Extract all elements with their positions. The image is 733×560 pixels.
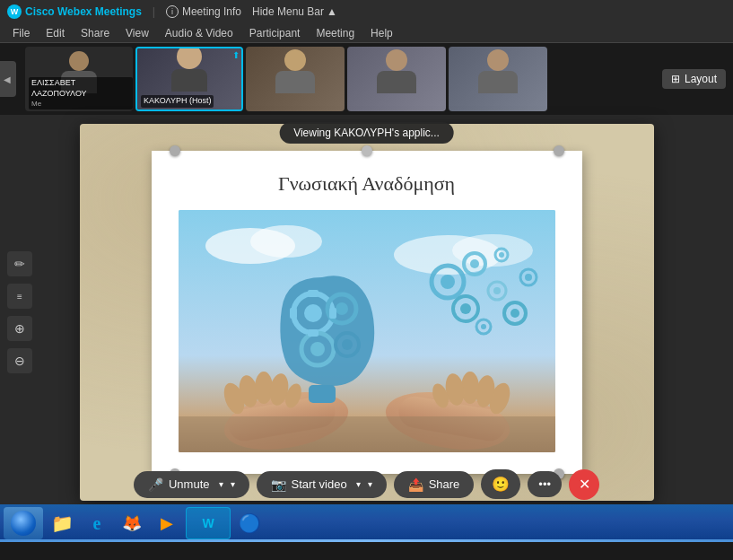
svg-point-35 bbox=[470, 259, 479, 268]
menu-view[interactable]: View bbox=[118, 25, 156, 41]
pin-top-right bbox=[554, 145, 564, 156]
participant-tile-1 bbox=[246, 47, 345, 111]
share-icon: 📤 bbox=[408, 477, 423, 492]
unmute-label: Unmute bbox=[169, 477, 210, 491]
slide-container: Γνωσιακή Αναδόμηση bbox=[80, 124, 654, 501]
end-call-button[interactable]: ✕ bbox=[569, 469, 599, 500]
start-video-label: Start video bbox=[292, 477, 347, 491]
participant-strip: ◀ ΕΛΙΣΣΑΒΕΤ ΛΑΖΟΠΟΥΛΟΥ Me ΚΑΚΟΛΥΡΗ (Host… bbox=[0, 43, 733, 115]
files-icon: 📁 bbox=[51, 512, 74, 534]
tool-pointer-button[interactable]: ≡ bbox=[7, 284, 32, 309]
participant-avatar-3 bbox=[478, 49, 518, 93]
title-bar: W Cisco Webex Meetings | i Meeting Info … bbox=[0, 0, 733, 23]
svg-point-25 bbox=[310, 342, 325, 356]
host-share-icon: ⬆ bbox=[232, 50, 240, 60]
svg-point-9 bbox=[255, 372, 273, 404]
participant-tile-self: ΕΛΙΣΣΑΒΕΤ ΛΑΖΟΠΟΥΛΟΥ Me bbox=[25, 47, 133, 111]
menu-meeting[interactable]: Meeting bbox=[309, 25, 362, 41]
chrome-icon: 🔵 bbox=[239, 512, 261, 534]
more-options-button[interactable]: ••• bbox=[528, 471, 562, 497]
layout-label: Layout bbox=[685, 73, 717, 85]
svg-point-45 bbox=[499, 252, 504, 258]
taskbar-icon-firefox[interactable]: 🦊 bbox=[116, 507, 148, 539]
start-video-button[interactable]: 📷 Start video ▾ bbox=[257, 471, 387, 498]
menu-help[interactable]: Help bbox=[363, 25, 400, 41]
taskbar-icon-ie[interactable]: e bbox=[81, 507, 113, 539]
collapse-participants-button[interactable]: ◀ bbox=[0, 61, 16, 97]
video-icon: 📷 bbox=[271, 477, 286, 492]
menu-share[interactable]: Share bbox=[74, 25, 117, 41]
slide-image bbox=[179, 210, 555, 452]
tool-annotate-button[interactable]: ✏ bbox=[7, 251, 32, 276]
media-icon: ▶ bbox=[161, 513, 173, 533]
unmute-dropdown-icon: ▾ bbox=[219, 479, 223, 489]
svg-rect-30 bbox=[290, 308, 297, 319]
slide-title: Γνωσιακή Αναδόμηση bbox=[278, 172, 455, 196]
share-button[interactable]: 📤 Share bbox=[394, 471, 475, 498]
svg-point-47 bbox=[525, 274, 532, 281]
svg-point-37 bbox=[460, 303, 471, 314]
svg-point-2 bbox=[250, 225, 322, 258]
svg-point-43 bbox=[510, 309, 519, 318]
menu-file[interactable]: File bbox=[5, 25, 37, 41]
svg-point-39 bbox=[493, 287, 501, 294]
ie-icon: e bbox=[93, 513, 101, 534]
tool-zoom-out-button[interactable]: ⊖ bbox=[7, 348, 32, 373]
svg-point-33 bbox=[441, 275, 455, 289]
main-area: ◀ ΕΛΙΣΣΑΒΕΤ ΛΑΖΟΠΟΥΛΟΥ Me ΚΑΚΟΛΥΡΗ (Host… bbox=[0, 43, 733, 463]
windows-orb-icon bbox=[11, 511, 36, 536]
svg-rect-28 bbox=[308, 290, 319, 297]
taskbar-icon-files[interactable]: 📁 bbox=[46, 507, 78, 539]
participant-tile-3 bbox=[449, 47, 547, 111]
layout-icon: ⊞ bbox=[671, 73, 680, 85]
svg-point-16 bbox=[461, 372, 479, 404]
participant-avatar-2 bbox=[377, 49, 416, 93]
svg-rect-29 bbox=[308, 329, 319, 337]
taskbar-icon-chrome[interactable]: 🔵 bbox=[233, 507, 266, 539]
svg-rect-19 bbox=[309, 385, 336, 403]
unmute-icon: 🎤 bbox=[148, 477, 163, 492]
participant-tile-host: ΚΑΚΟΛΥΡΗ (Host) ⬆ bbox=[135, 47, 243, 111]
layout-button[interactable]: ⊞ Layout bbox=[662, 69, 726, 89]
participant-tile-2 bbox=[347, 47, 446, 111]
meeting-info-label: Meeting Info bbox=[182, 5, 241, 18]
firefox-icon: 🦊 bbox=[122, 513, 142, 533]
menu-bar: File Edit Share View Audio & Video Parti… bbox=[0, 23, 733, 43]
participant-avatar-host bbox=[171, 47, 207, 92]
svg-rect-48 bbox=[179, 416, 555, 452]
svg-point-21 bbox=[304, 304, 322, 322]
menu-edit[interactable]: Edit bbox=[39, 25, 72, 41]
unmute-button[interactable]: 🎤 Unmute ▾ bbox=[134, 471, 249, 498]
participant-name-host: ΚΑΚΟΛΥΡΗ (Host) bbox=[141, 95, 214, 108]
emoji-reaction-button[interactable]: 🙂 bbox=[481, 469, 520, 499]
hide-menu-button[interactable]: Hide Menu Bar ▲ bbox=[252, 5, 337, 18]
more-options-label: ••• bbox=[538, 477, 551, 491]
emoji-icon: 🙂 bbox=[492, 476, 510, 493]
taskbar-icon-webex[interactable]: W bbox=[186, 507, 231, 539]
svg-point-27 bbox=[342, 339, 353, 350]
slide-paper: Γνωσιακή Αναδόμηση bbox=[152, 151, 582, 474]
end-call-icon: ✕ bbox=[579, 476, 590, 493]
svg-point-41 bbox=[481, 324, 486, 329]
side-toolbar: ✏ ≡ ⊕ ⊖ bbox=[7, 251, 32, 373]
participant-avatar-1 bbox=[275, 49, 315, 93]
start-button[interactable] bbox=[4, 507, 43, 539]
svg-point-23 bbox=[336, 302, 348, 315]
svg-rect-31 bbox=[329, 308, 336, 319]
video-dropdown-icon: ▾ bbox=[356, 479, 361, 489]
content-area: Viewing ΚΑΚΟΛΥΡΗ's applic... ✏ ≡ ⊕ ⊖ Γνω… bbox=[0, 115, 733, 510]
brand-name: Cisco Webex Meetings bbox=[25, 5, 142, 18]
menu-audio-video[interactable]: Audio & Video bbox=[158, 25, 240, 41]
share-label: Share bbox=[429, 477, 460, 491]
tool-zoom-in-button[interactable]: ⊕ bbox=[7, 316, 32, 341]
slide-svg bbox=[179, 210, 555, 452]
participant-name-self: ΕΛΙΣΣΑΒΕΤ ΛΑΖΟΠΟΥΛΟΥ Me bbox=[29, 77, 133, 109]
menu-participant[interactable]: Participant bbox=[242, 25, 308, 41]
webex-brand: W Cisco Webex Meetings bbox=[7, 4, 142, 19]
sharing-banner: Viewing ΚΑΚΟΛΥΡΗ's applic... bbox=[279, 122, 454, 144]
taskbar-icon-media[interactable]: ▶ bbox=[151, 507, 183, 539]
meeting-info-button[interactable]: i Meeting Info bbox=[166, 5, 241, 18]
hide-menu-label: Hide Menu Bar bbox=[252, 5, 324, 18]
chevron-up-icon: ▲ bbox=[327, 5, 337, 18]
divider: | bbox=[153, 5, 155, 18]
